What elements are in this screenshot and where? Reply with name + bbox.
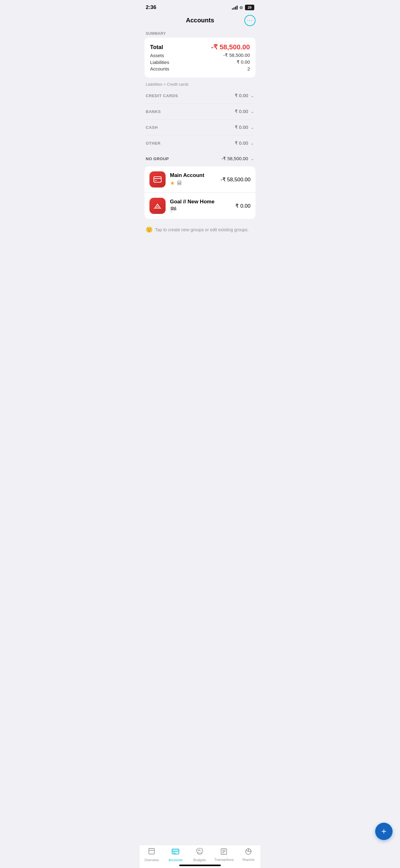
status-icons: ⊜ 29 (232, 5, 254, 10)
summary-assets-row: Assets -₹ 58,500.00 (150, 53, 250, 58)
goal-icon (153, 202, 162, 210)
category-row[interactable]: BANKS ₹ 0.00 ⌄ (139, 104, 261, 119)
menu-button[interactable]: ··· (244, 15, 256, 26)
dots-icon: ··· (247, 17, 253, 24)
assets-value: -₹ 58,500.00 (223, 53, 250, 58)
summary-liabilities-row: Liabilities ₹ 0.00 (150, 59, 250, 65)
category-right: ₹ 0.00 ⌄ (235, 108, 254, 114)
no-group-value-container: -₹ 58,500.00 ⌄ (222, 156, 254, 161)
groups-hint-text: Tap to create new groups or edit existin… (155, 227, 249, 232)
chevron-down-icon: ⌄ (251, 93, 254, 98)
category-value: ₹ 0.00 (235, 93, 248, 98)
category-row[interactable]: CASH ₹ 0.00 ⌄ (139, 120, 261, 135)
category-label: OTHER (146, 141, 161, 146)
goal-account-icon (149, 198, 166, 214)
main-account-badges: ★ 🏛 (170, 180, 216, 187)
summary-accounts-row: Accounts 2 (150, 66, 250, 71)
flag-icon: 🏁 (170, 206, 177, 213)
summary-total-row: Total -₹ 58,500.00 (150, 43, 250, 51)
goal-account-amount: ₹ 0.00 (235, 203, 251, 209)
category-right: ₹ 0.00 ⌄ (235, 124, 254, 130)
summary-label: SUMMARY (139, 29, 261, 37)
chevron-down-icon: ⌄ (251, 141, 254, 146)
category-value: ₹ 0.00 (235, 140, 248, 146)
goal-account-details: Goal // New Home 🏁 (170, 199, 231, 213)
category-label: CASH (146, 125, 158, 130)
goal-account-name: Goal // New Home (170, 199, 231, 205)
accounts-count: 2 (247, 66, 250, 71)
goal-account-badges: 🏁 (170, 206, 231, 213)
bank-icon: 🏛 (177, 180, 182, 187)
total-value: -₹ 58,500.00 (211, 43, 250, 51)
no-group-chevron-icon: ⌄ (251, 156, 254, 161)
category-value: ₹ 0.00 (235, 124, 248, 130)
list-item[interactable]: Goal // New Home 🏁 ₹ 0.00 (144, 192, 256, 219)
main-account-icon (149, 172, 166, 187)
chevron-down-icon: ⌄ (251, 125, 254, 130)
star-icon: ★ (170, 180, 175, 187)
hint-icon: 🙂 (146, 226, 153, 233)
status-time: 2:36 (146, 4, 156, 10)
summary-card: Total -₹ 58,500.00 Assets -₹ 58,500.00 L… (144, 37, 256, 78)
accounts-label: Accounts (150, 66, 169, 71)
category-row[interactable]: OTHER ₹ 0.00 ⌄ (139, 135, 261, 151)
main-account-name: Main Account (170, 172, 216, 179)
header: Accounts ··· (139, 14, 261, 29)
category-right: ₹ 0.00 ⌄ (235, 93, 254, 98)
liabilities-value: ₹ 0.00 (237, 59, 250, 65)
groups-hint: 🙂 Tap to create new groups or edit exist… (139, 223, 261, 237)
category-right: ₹ 0.00 ⌄ (235, 140, 254, 146)
wifi-icon: ⊜ (239, 5, 243, 10)
signal-icon (232, 5, 237, 10)
liabilities-label: Liabilities (150, 60, 169, 65)
category-label: BANKS (146, 109, 161, 114)
main-account-amount: -₹ 58,500.00 (221, 176, 251, 183)
page-title: Accounts (186, 17, 214, 24)
liabilities-note: Liabilities = Credit cards (139, 80, 261, 88)
main-account-details: Main Account ★ 🏛 (170, 172, 216, 187)
no-group-row[interactable]: NO GROUP -₹ 58,500.00 ⌄ (139, 151, 261, 166)
chevron-down-icon: ⌄ (251, 109, 254, 114)
list-item[interactable]: Main Account ★ 🏛 -₹ 58,500.00 (144, 166, 256, 192)
card-icon (153, 176, 162, 183)
svg-rect-0 (154, 177, 161, 182)
no-group-amount: -₹ 58,500.00 (222, 156, 248, 161)
category-row[interactable]: CREDIT CARDS ₹ 0.00 ⌄ (139, 88, 261, 103)
battery-icon: 29 (245, 5, 254, 10)
category-value: ₹ 0.00 (235, 108, 248, 114)
assets-label: Assets (150, 53, 164, 58)
category-label: CREDIT CARDS (146, 93, 178, 98)
total-label: Total (150, 44, 163, 51)
accounts-card: Main Account ★ 🏛 -₹ 58,500.00 Goal // Ne… (144, 166, 256, 219)
no-group-label: NO GROUP (146, 156, 169, 161)
status-bar: 2:36 ⊜ 29 (139, 0, 261, 14)
